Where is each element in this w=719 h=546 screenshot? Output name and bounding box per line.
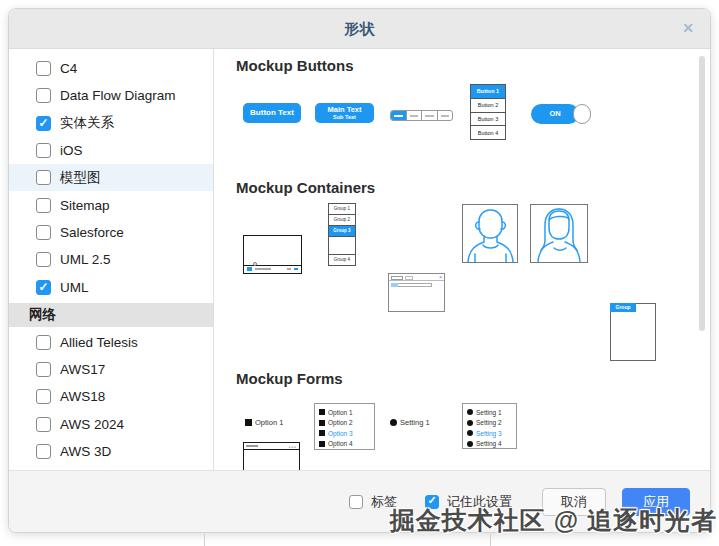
shape-on-toggle[interactable]: ON: [531, 104, 591, 124]
shape-library-list: C4 Data Flow Diagram 实体关系 iOS 模型图 Sitema…: [9, 49, 214, 470]
checkbox-icon[interactable]: [36, 170, 51, 185]
shape-window[interactable]: ▫▫▫: [243, 442, 300, 470]
close-icon[interactable]: ✕: [682, 20, 694, 36]
accordion-item-selected: Group 3: [329, 226, 355, 237]
checkbox-icon[interactable]: [36, 88, 51, 103]
browser-close-icon: ×: [439, 275, 442, 280]
cancel-button[interactable]: 取消: [542, 488, 606, 516]
vlist-item: Button 2: [471, 99, 505, 113]
section-header-mockup-containers: Mockup Containers: [236, 179, 375, 196]
shape-button-main-sub[interactable]: Main Text Sub Text: [315, 103, 374, 123]
button-bar-segment: [421, 111, 437, 120]
sidebar-item-data-flow-diagram[interactable]: Data Flow Diagram: [9, 82, 213, 109]
shape-accordion-group[interactable]: Group 1 Group 2 Group 3 Group 4: [328, 203, 356, 266]
shape-horizontal-button-bar[interactable]: [390, 110, 453, 121]
shape-group-container[interactable]: Group: [610, 303, 656, 361]
browser-back-icon: [391, 283, 398, 287]
shape-user-male-avatar[interactable]: [462, 204, 518, 263]
checkbox-icon[interactable]: [36, 417, 51, 432]
sidebar-item-aws2024[interactable]: AWS 2024: [9, 411, 213, 438]
radio-dot-icon: [390, 419, 397, 426]
dialog-titlebar: 形状 ✕: [9, 9, 710, 49]
checkbox-square-icon: [245, 419, 252, 426]
radio-dot-icon: [467, 441, 473, 447]
checkbox-square-icon: [319, 420, 325, 426]
sidebar-item-sitemap[interactable]: Sitemap: [9, 191, 213, 218]
female-avatar-icon: [531, 205, 587, 262]
accordion-item: Group 2: [329, 215, 355, 226]
male-avatar-icon: [463, 205, 517, 262]
checkbox-icon[interactable]: [36, 61, 51, 76]
dialog-footer: 标签 记住此设置 取消 应用: [9, 470, 710, 532]
sidebar-item-uml25[interactable]: UML 2.5: [9, 246, 213, 273]
sidebar-item-c4[interactable]: C4: [9, 55, 213, 82]
background-grid-line: [204, 534, 205, 546]
radio-dot-icon: [467, 420, 473, 426]
sidebar-item-uml[interactable]: UML: [9, 273, 213, 300]
volume-icon: [287, 268, 291, 270]
shape-radio-group[interactable]: Setting 1 Setting 2 Setting 3 Setting 4: [462, 403, 517, 449]
toggle-on-label: ON: [531, 104, 579, 124]
shape-user-female-avatar[interactable]: [530, 204, 588, 263]
shapes-dialog: 形状 ✕ C4 Data Flow Diagram 实体关系 iOS 模型图 S…: [8, 8, 711, 533]
sidebar-item-aws18[interactable]: AWS18: [9, 383, 213, 410]
video-controls-bar: [244, 265, 301, 273]
vlist-item: Button 1: [471, 85, 505, 99]
radio-dot-icon: [467, 430, 473, 436]
play-icon: [247, 267, 252, 271]
checkbox-checked-icon[interactable]: [36, 280, 51, 295]
browser-tab: [391, 276, 403, 280]
shape-video-player[interactable]: [243, 235, 302, 274]
sidebar-item-mockups[interactable]: 模型图: [9, 164, 213, 191]
accordion-body: [329, 237, 355, 254]
sidebar-item-allied-telesis[interactable]: Allied Telesis: [9, 329, 213, 356]
shape-checkbox-group[interactable]: Option 1 Option 2 Option 3 Option 4: [314, 403, 375, 450]
background-grid-line: [490, 534, 491, 546]
checkbox-square-icon: [319, 430, 325, 436]
apply-button[interactable]: 应用: [622, 488, 690, 516]
checkbox-icon[interactable]: [36, 252, 51, 267]
checkbox-icon[interactable]: [36, 389, 51, 404]
shape-browser-window[interactable]: ×: [388, 273, 445, 312]
vlist-item: Button 4: [471, 126, 505, 139]
checkbox-square-icon: [319, 409, 325, 415]
sidebar-item-entity-relation[interactable]: 实体关系: [9, 110, 213, 137]
sidebar-item-salesforce[interactable]: Salesforce: [9, 219, 213, 246]
shape-vertical-button-list[interactable]: Button 1 Button 2 Button 3 Button 4: [470, 84, 506, 140]
sidebar-item-aws17[interactable]: AWS17: [9, 356, 213, 383]
main-scrollbar[interactable]: [699, 56, 705, 331]
checkbox-icon[interactable]: [36, 143, 51, 158]
checkbox-icon[interactable]: [349, 495, 363, 509]
checkbox-icon[interactable]: [36, 335, 51, 350]
accordion-item: Group 4: [329, 254, 355, 265]
checkbox-square-icon: [319, 441, 325, 447]
timeline-line: [255, 268, 271, 270]
checkbox-icon[interactable]: [36, 225, 51, 240]
vlist-item: Button 3: [471, 113, 505, 127]
sidebar-item-aws3d[interactable]: AWS 3D: [9, 438, 213, 465]
sidebar-section-network: 网络: [9, 303, 213, 327]
checkbox-checked-icon[interactable]: [36, 116, 51, 131]
checkbox-checked-icon[interactable]: [425, 495, 439, 509]
remember-checkbox-group[interactable]: 记住此设置: [425, 493, 512, 511]
toggle-knob: [573, 104, 591, 124]
window-buttons-icon: ▫▫▫: [289, 445, 297, 449]
button-bar-segment: [406, 111, 422, 120]
section-header-mockup-buttons: Mockup Buttons: [236, 57, 354, 74]
scrub-handle: [253, 262, 257, 266]
window-title-line: [246, 445, 258, 447]
sidebar-item-ios[interactable]: iOS: [9, 137, 213, 164]
shape-checkbox[interactable]: Option 1: [245, 418, 283, 427]
button-bar-segment: [437, 111, 453, 120]
browser-tab: [405, 276, 413, 280]
checkbox-icon[interactable]: [36, 362, 51, 377]
tags-checkbox-group[interactable]: 标签: [349, 493, 397, 511]
shape-button-text[interactable]: Button Text: [243, 103, 301, 123]
accordion-item: Group 1: [329, 204, 355, 215]
checkbox-icon[interactable]: [36, 444, 51, 459]
radio-dot-icon: [467, 409, 473, 415]
shape-radio[interactable]: Setting 1: [390, 418, 430, 427]
checkbox-icon[interactable]: [36, 198, 51, 213]
section-header-mockup-forms: Mockup Forms: [236, 370, 343, 387]
group-tab-label: Group: [610, 303, 636, 312]
